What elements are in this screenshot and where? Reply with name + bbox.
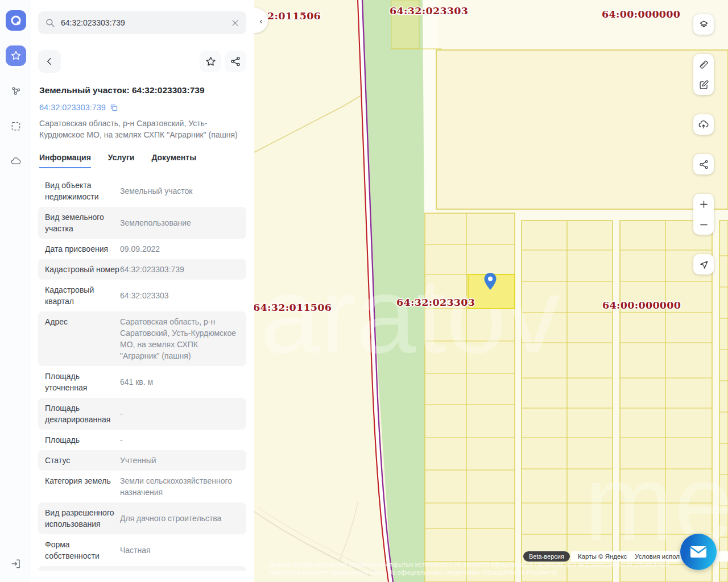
row-value: Землепользование — [120, 211, 239, 234]
row-label: Вид земельного участка — [45, 211, 120, 234]
cloud-icon — [10, 156, 22, 167]
rail-cloud-button[interactable] — [6, 151, 26, 172]
rail-select-area-button[interactable] — [6, 116, 26, 136]
row-label: Площадь уточненная — [45, 371, 120, 393]
quadrant-label: 64:32:011506 — [254, 302, 332, 313]
yandex-copyright-link[interactable]: Карты © Яндекс — [578, 553, 627, 560]
object-title: Земельный участок: 64:32:023303:739 — [39, 85, 245, 95]
table-row: Дата присвоения 09.09.2022 — [38, 239, 246, 259]
rail-sign-in-button[interactable] — [6, 554, 26, 574]
chevron-left-icon — [45, 57, 54, 66]
geo-graph-icon — [10, 85, 22, 97]
object-header-actions — [38, 50, 246, 73]
search-clear-button[interactable] — [231, 19, 239, 27]
map-canvas: aratov me 2:011506 64:32:023303 64:00:00… — [254, 0, 728, 582]
table-row: Вид объекта недвижимости Земельный участ… — [38, 175, 246, 207]
row-label: Кадастровый номер — [45, 264, 120, 275]
cadastral-map[interactable]: aratov me 2:011506 64:32:023303 64:00:00… — [254, 0, 728, 582]
rail-favorites-button[interactable] — [6, 45, 26, 66]
table-row: Кадастровый квартал 64:32:023303 — [38, 280, 246, 311]
copy-cadastral-button[interactable] — [110, 103, 118, 112]
row-value: 641 кв. м — [120, 371, 239, 393]
tab-information[interactable]: Информация — [39, 149, 91, 168]
layers-group — [693, 14, 714, 35]
table-row: Площадь декларированная - — [38, 398, 246, 430]
row-value: - — [120, 434, 239, 446]
quadrant-label: 64:32:023303 — [396, 297, 475, 308]
sign-in-icon — [10, 558, 22, 569]
zoom-group — [693, 194, 714, 235]
beta-badge: Beta-версия — [523, 551, 570, 562]
row-value: Саратовская область, р-н Саратовский, Ус… — [120, 316, 239, 361]
quadrant-label: 64:00:000000 — [602, 9, 680, 20]
share-icon — [698, 159, 709, 170]
copy-icon — [110, 103, 118, 112]
star-icon — [205, 56, 217, 68]
terms-link[interactable]: Условия испол — [635, 553, 680, 560]
zoom-in-button[interactable] — [693, 194, 714, 214]
share-group — [693, 154, 714, 174]
row-label: Кадастровый квартал — [45, 284, 120, 307]
row-value: Земли сельскохозяйственного назначения — [120, 475, 239, 498]
table-row: Площадь уточненная 641 кв. м — [38, 366, 246, 398]
cadastral-link-row: 64:32:023303:739 — [39, 103, 245, 112]
row-value: 64:32:023303 — [120, 284, 239, 307]
row-label: Категория земель — [45, 475, 120, 498]
rail-geo-graph-button[interactable] — [6, 81, 26, 101]
locate-group — [693, 254, 714, 275]
tab-documents[interactable]: Документы — [151, 149, 196, 168]
disclaimer-line: Данный ресурс использует сведения из отк… — [269, 560, 705, 568]
plus-icon — [699, 199, 709, 209]
ruler-button[interactable] — [693, 54, 714, 74]
search-icon — [45, 18, 55, 28]
table-row: Площадь - — [38, 430, 246, 450]
table-row: Форма собственности Частная — [38, 534, 246, 566]
back-button[interactable] — [38, 50, 61, 73]
envelope-icon — [690, 545, 707, 559]
row-label: Площадь — [45, 434, 120, 446]
map-watermark: aratov — [260, 255, 560, 375]
chat-button[interactable] — [680, 534, 717, 570]
row-value: - — [120, 402, 239, 425]
layers-icon — [698, 19, 709, 30]
minus-icon — [699, 220, 709, 230]
row-label: Статус — [45, 455, 120, 466]
table-row: Категория земель Земли сельскохозяйствен… — [38, 471, 246, 502]
app-logo[interactable] — [6, 10, 26, 31]
table-row-partial — [38, 566, 246, 571]
row-label: Вид разрешенного использования — [45, 507, 120, 530]
row-label: Форма собственности — [45, 539, 120, 562]
locate-button[interactable] — [693, 254, 714, 275]
table-row: Кадастровый номер 64:32:023303:739 — [38, 259, 246, 280]
ruler-icon — [698, 59, 709, 70]
table-row: Вид разрешенного использования Для дачно… — [38, 502, 246, 534]
measure-edit-group — [693, 54, 714, 95]
share-icon — [230, 56, 241, 67]
share-object-button[interactable] — [225, 51, 246, 72]
favorite-object-button[interactable] — [200, 51, 221, 72]
quadrant-label: 2:011506 — [267, 10, 321, 22]
row-value: 64:32:023303:739 — [120, 264, 239, 275]
layers-button[interactable] — [693, 14, 714, 35]
row-label: Вид объекта недвижимости — [45, 180, 120, 202]
object-info-table: Вид объекта недвижимости Земельный участ… — [38, 175, 246, 571]
search-box — [38, 11, 246, 34]
row-value: Для дачного строительства — [120, 507, 239, 530]
edit-icon — [698, 80, 709, 90]
row-label: Адрес — [45, 316, 120, 361]
search-input[interactable] — [61, 18, 225, 27]
quadrant-label: 64:00:000000 — [602, 300, 681, 311]
zoom-out-button[interactable] — [693, 214, 714, 235]
row-value: Частная — [120, 539, 239, 562]
row-label: Площадь декларированная — [45, 402, 120, 425]
cloud-upload-button[interactable] — [693, 114, 714, 135]
cadastral-number-link[interactable]: 64:32:023303:739 — [39, 103, 106, 112]
quadrant-label: 64:32:023303 — [390, 5, 468, 16]
table-row: Вид земельного участка Землепользование — [38, 207, 246, 239]
map-share-button[interactable] — [693, 154, 714, 174]
object-address: Саратовская область, р-н Саратовский, Ус… — [39, 118, 245, 140]
row-label: Дата присвоения — [45, 243, 120, 255]
tab-services[interactable]: Услуги — [108, 149, 135, 168]
table-row: Адрес Саратовская область, р-н Саратовск… — [38, 311, 246, 366]
edit-button[interactable] — [693, 74, 714, 95]
